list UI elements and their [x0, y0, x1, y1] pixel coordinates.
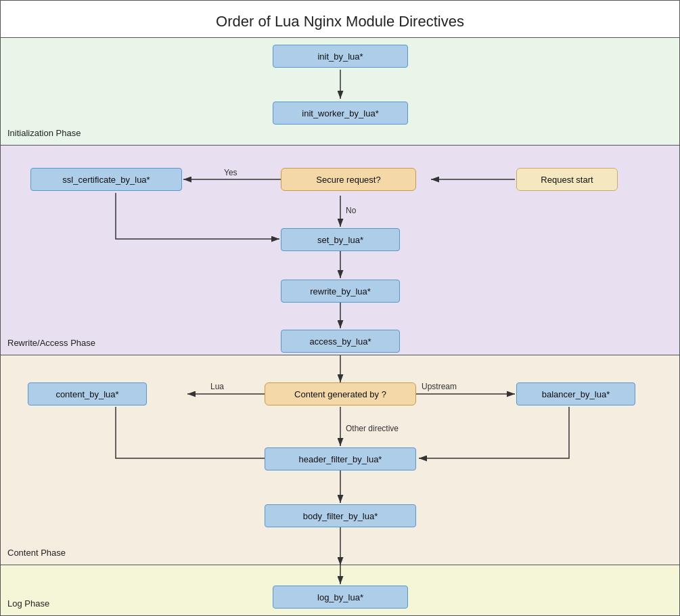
- access-by-lua-box: access_by_lua*: [281, 330, 400, 353]
- init-by-lua-box: init_by_lua*: [273, 45, 408, 68]
- diagram-title: Order of Lua Nginx Module Directives: [1, 1, 679, 37]
- phase-init-label: Initialization Phase: [7, 128, 81, 138]
- svg-text:No: No: [346, 206, 357, 215]
- header-filter-box: header_filter_by_lua*: [265, 447, 416, 470]
- balancer-by-lua-box: balancer_by_lua*: [516, 382, 635, 405]
- init-worker-by-lua-box: init_worker_by_lua*: [273, 102, 408, 125]
- diagram-container: Order of Lua Nginx Module Directives ini…: [0, 0, 680, 616]
- phase-content: Lua Upstream Other directive Content gen…: [1, 355, 679, 565]
- phase-init: init_by_lua* init_worker_by_lua* Initial…: [1, 37, 679, 146]
- phase-rewrite-label: Rewrite/Access Phase: [7, 338, 95, 348]
- content-by-lua-box: content_by_lua*: [28, 382, 147, 405]
- svg-text:Upstream: Upstream: [422, 382, 457, 391]
- phase-rewrite: Yes No Request start Secure request? ssl…: [1, 146, 679, 355]
- phase-log: log_by_lua* Log Phase: [1, 565, 679, 615]
- body-filter-box: body_filter_by_lua*: [265, 504, 416, 527]
- log-by-lua-box: log_by_lua*: [273, 586, 408, 609]
- content-generated-box: Content generated by ?: [265, 382, 416, 405]
- svg-text:Other directive: Other directive: [346, 424, 399, 433]
- phase-content-label: Content Phase: [7, 548, 66, 558]
- ssl-certificate-box: ssl_certificate_by_lua*: [30, 168, 182, 191]
- phase-log-label: Log Phase: [7, 598, 49, 609]
- secure-request-box: Secure request?: [281, 168, 416, 191]
- rewrite-by-lua-box: rewrite_by_lua*: [281, 280, 400, 303]
- request-start-box: Request start: [516, 168, 618, 191]
- svg-text:Lua: Lua: [210, 382, 224, 391]
- svg-text:Yes: Yes: [224, 168, 237, 177]
- set-by-lua-box: set_by_lua*: [281, 228, 400, 251]
